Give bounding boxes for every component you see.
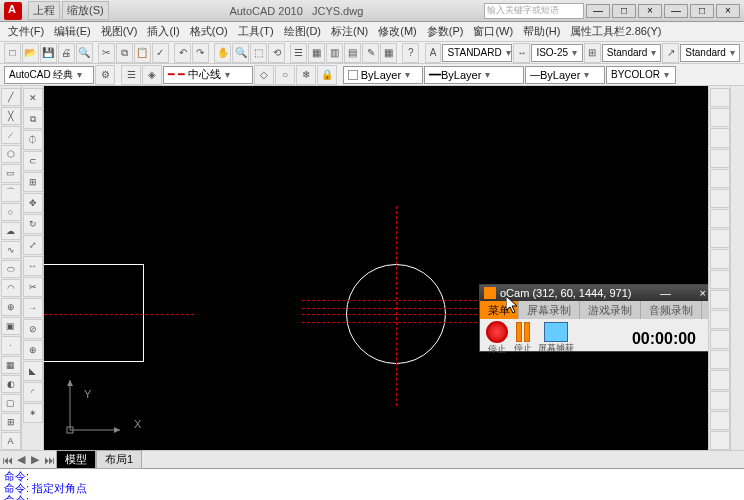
zoom-window-button[interactable]: ⬚	[250, 43, 267, 63]
polygon-tool[interactable]: ⬡	[1, 145, 21, 163]
color-combo[interactable]: ByLayer	[343, 66, 423, 84]
tolerance-tool[interactable]	[710, 350, 730, 369]
centermark-tool[interactable]	[710, 370, 730, 389]
doc-maximize-button[interactable]: □	[612, 4, 636, 18]
region-tool[interactable]: ▢	[1, 394, 21, 412]
offset-tool[interactable]: ⊂	[23, 151, 43, 171]
menu-express[interactable]: 属性工具栏2.86(Y)	[566, 22, 665, 41]
ocam-record-button[interactable]	[486, 321, 508, 343]
menu-window[interactable]: 窗口(W)	[469, 22, 517, 41]
inspect-tool[interactable]	[710, 391, 730, 410]
redo-button[interactable]: ↷	[192, 43, 209, 63]
open-button[interactable]: 📂	[22, 43, 39, 63]
minimize-button[interactable]: —	[664, 4, 688, 18]
trim-tool[interactable]: ✂	[23, 277, 43, 297]
ocam-capture-button[interactable]	[544, 322, 568, 342]
pline-tool[interactable]: ⟋	[1, 126, 21, 144]
insert-tool[interactable]: ⊕	[1, 298, 21, 316]
dim-angular-tool[interactable]	[710, 229, 730, 248]
tab-next-button[interactable]: ▶	[28, 453, 42, 466]
scale-tool[interactable]: ⤢	[23, 235, 43, 255]
match-button[interactable]: ✓	[152, 43, 169, 63]
dim-aligned-tool[interactable]	[710, 108, 730, 127]
ocam-tab-screen[interactable]: 屏幕录制	[519, 301, 580, 319]
extend-tool[interactable]: →	[23, 298, 43, 318]
help-search-input[interactable]: 输入关键字或短语	[484, 3, 584, 19]
tab-last-button[interactable]: ⏭	[42, 454, 56, 466]
drawing-canvas[interactable]: Y X oCam (312, 60, 1444, 971) — × 菜单 屏幕录…	[44, 86, 708, 450]
arc-tool[interactable]: ⌒	[1, 184, 21, 202]
preview-button[interactable]: 🔍	[76, 43, 93, 63]
dim-diameter-tool[interactable]	[710, 209, 730, 228]
ocam-tab-menu[interactable]: 菜单	[480, 301, 519, 319]
mirror-tool[interactable]: ⏀	[23, 130, 43, 150]
mleader-button[interactable]: ↗	[662, 43, 679, 63]
line-tool[interactable]: ╱	[1, 88, 21, 106]
xline-tool[interactable]: ╳	[1, 107, 21, 125]
markup-button[interactable]: ✎	[362, 43, 379, 63]
ocam-tab-game[interactable]: 游戏录制	[580, 301, 641, 319]
vertical-scrollbar[interactable]	[730, 86, 744, 450]
cmd-prompt[interactable]: 命令:	[4, 494, 740, 500]
circle-tool[interactable]: ○	[1, 203, 21, 221]
save-button[interactable]: 💾	[40, 43, 57, 63]
toolpalette-button[interactable]: ▥	[326, 43, 343, 63]
table-button[interactable]: ⊞	[584, 43, 601, 63]
mlstyle-combo[interactable]: Standard	[680, 44, 740, 62]
menu-draw[interactable]: 绘图(D)	[280, 22, 325, 41]
layer-states-button[interactable]: ◈	[142, 65, 162, 85]
dim-jogged-tool[interactable]	[710, 189, 730, 208]
undo-button[interactable]: ↶	[174, 43, 191, 63]
explode-tool[interactable]: ✶	[23, 403, 43, 423]
cut-button[interactable]: ✂	[98, 43, 115, 63]
quick-tab[interactable]: 缩放(S)	[62, 1, 109, 20]
dimedit-tool[interactable]	[710, 431, 730, 450]
hatch-tool[interactable]: ▦	[1, 356, 21, 374]
doc-close-button[interactable]: ×	[638, 4, 662, 18]
ocam-titlebar[interactable]: oCam (312, 60, 1444, 971) — ×	[480, 285, 708, 301]
erase-tool[interactable]: ✕	[23, 88, 43, 108]
workspace-combo[interactable]: AutoCAD 经典	[4, 66, 94, 84]
ocam-close-button[interactable]: ×	[700, 287, 706, 299]
menu-edit[interactable]: 编辑(E)	[50, 22, 95, 41]
tab-prev-button[interactable]: ◀	[14, 453, 28, 466]
quick-tab[interactable]: 上程	[28, 1, 60, 20]
move-tool[interactable]: ✥	[23, 193, 43, 213]
dim-space-tool[interactable]	[710, 310, 730, 329]
dim-arc-tool[interactable]	[710, 128, 730, 147]
linetype-combo[interactable]: ━ ━ 中心线	[163, 66, 253, 84]
help-button[interactable]: ?	[402, 43, 419, 63]
layer-lock-button[interactable]: 🔒	[317, 65, 337, 85]
menu-format[interactable]: 格式(O)	[186, 22, 232, 41]
sheetset-button[interactable]: ▤	[344, 43, 361, 63]
ws-settings-button[interactable]: ⚙	[95, 65, 115, 85]
paste-button[interactable]: 📋	[134, 43, 151, 63]
layout1-tab[interactable]: 布局1	[96, 450, 142, 469]
point-tool[interactable]: ·	[1, 336, 21, 354]
ocam-window[interactable]: oCam (312, 60, 1444, 971) — × 菜单 屏幕录制 游戏…	[479, 284, 708, 352]
calc-button[interactable]: ▦	[380, 43, 397, 63]
layer-freeze-button[interactable]: ❄	[296, 65, 316, 85]
doc-minimize-button[interactable]: —	[586, 4, 610, 18]
menu-help[interactable]: 帮助(H)	[519, 22, 564, 41]
pan-button[interactable]: ✋	[214, 43, 231, 63]
command-line[interactable]: 命令: 命令: 指定对角点 命令:	[0, 468, 744, 500]
close-button[interactable]: ×	[716, 4, 740, 18]
maximize-button[interactable]: □	[690, 4, 714, 18]
rectangle-tool[interactable]: ▭	[1, 164, 21, 182]
dim-continue-tool[interactable]	[710, 290, 730, 309]
menu-view[interactable]: 视图(V)	[97, 22, 142, 41]
plotstyle-combo[interactable]: BYCOLOR	[606, 66, 676, 84]
menu-modify[interactable]: 修改(M)	[374, 22, 421, 41]
zoom-prev-button[interactable]: ⟲	[268, 43, 285, 63]
autocad-logo-icon[interactable]	[4, 2, 22, 20]
ltype-combo[interactable]: ━━ ByLayer	[424, 66, 524, 84]
text-button[interactable]: A	[425, 43, 442, 63]
dim-radius-tool[interactable]	[710, 169, 730, 188]
textstyle-combo[interactable]: STANDARD	[442, 44, 512, 62]
table-tool[interactable]: ⊞	[1, 413, 21, 431]
properties-button[interactable]: ☰	[290, 43, 307, 63]
stretch-tool[interactable]: ↔	[23, 256, 43, 276]
dim-quick-tool[interactable]	[710, 249, 730, 268]
revcloud-tool[interactable]: ☁	[1, 222, 21, 240]
